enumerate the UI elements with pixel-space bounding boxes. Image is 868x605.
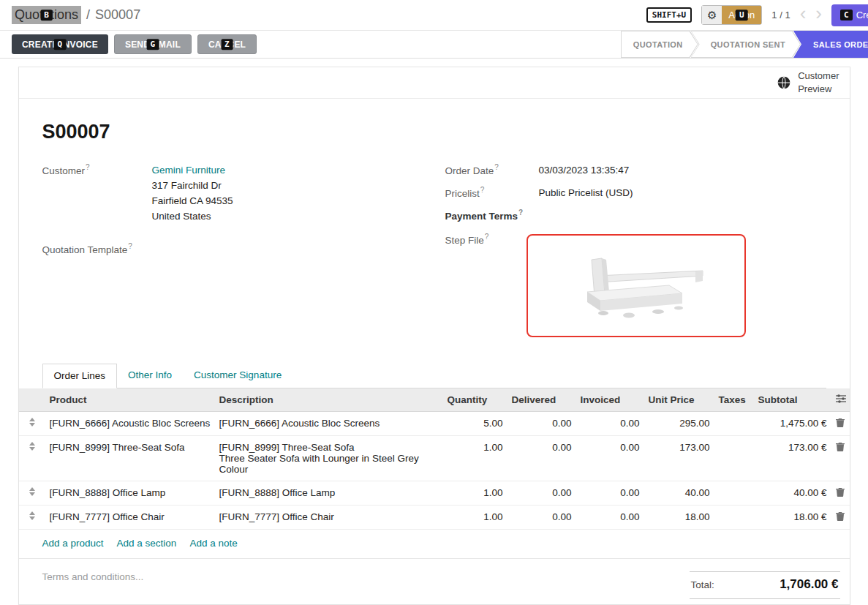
table-header-row: Product Description Quantity Delivered I… xyxy=(19,388,850,412)
cell-unit-price[interactable]: 18.00 xyxy=(644,505,714,529)
cell-invoiced[interactable]: 0.00 xyxy=(576,505,644,529)
cell-quantity[interactable]: 1.00 xyxy=(443,505,507,529)
help-icon: ? xyxy=(480,186,485,194)
breadcrumb-current: S00007 xyxy=(95,7,140,23)
keyboard-hint-q: Q xyxy=(54,39,67,50)
cell-product[interactable]: [FURN_8888] Office Lamp xyxy=(45,481,215,505)
column-header-delivered: Delivered xyxy=(507,388,576,412)
cell-unit-price[interactable]: 173.00 xyxy=(644,435,714,481)
cell-quantity[interactable]: 1.00 xyxy=(443,481,507,505)
customer-address-line1: 317 Fairchild Dr xyxy=(152,178,233,193)
order-lines-table: Product Description Quantity Delivered I… xyxy=(19,388,850,530)
customer-link[interactable]: Gemini Furniture xyxy=(152,165,226,176)
action-menu-button[interactable]: ⚙ Action U xyxy=(701,5,762,25)
column-header-unit-price: Unit Price xyxy=(644,388,714,412)
step-file-3d-preview xyxy=(559,251,713,320)
drag-handle-icon[interactable] xyxy=(29,418,36,426)
step-file-field[interactable] xyxy=(527,234,746,337)
help-icon: ? xyxy=(494,163,499,171)
cell-delivered[interactable]: 0.00 xyxy=(507,505,576,529)
delete-line-icon[interactable] xyxy=(831,411,850,435)
cell-product[interactable]: [FURN_7777] Office Chair xyxy=(45,505,215,529)
statusbar-step-quotation[interactable]: QUOTATION xyxy=(621,31,698,58)
delete-line-icon[interactable] xyxy=(831,435,850,481)
order-date-value[interactable]: 03/03/2023 13:35:47 xyxy=(539,162,630,178)
statusbar-step-sales-order[interactable]: SALES ORDER xyxy=(793,31,868,58)
pager-previous-icon[interactable]: ‹ xyxy=(800,4,807,23)
order-line-row[interactable]: [FURN_8888] Office Lamp [FURN_8888] Offi… xyxy=(19,481,850,505)
column-header-invoiced: Invoiced xyxy=(576,388,644,412)
help-icon: ? xyxy=(518,208,523,217)
cell-subtotal: 18.00 € xyxy=(754,505,831,529)
cell-invoiced[interactable]: 0.00 xyxy=(576,411,644,435)
create-button-label: Create xyxy=(856,10,868,20)
order-line-row[interactable]: [FURN_7777] Office Chair [FURN_7777] Off… xyxy=(19,505,850,529)
cell-delivered[interactable]: 0.00 xyxy=(507,435,576,481)
customer-preview-label-line1: Customer xyxy=(798,69,839,83)
cell-taxes[interactable] xyxy=(714,411,754,435)
form-fields: Customer? Gemini Furniture 317 Fairchild… xyxy=(42,162,826,345)
step-file-field-label: Step File? xyxy=(445,232,539,337)
cancel-button[interactable]: CANCEL Z xyxy=(197,34,257,54)
keyboard-hint-g: G xyxy=(147,39,159,50)
cell-unit-price[interactable]: 40.00 xyxy=(644,481,714,505)
delete-line-icon[interactable] xyxy=(831,481,850,505)
cell-subtotal: 173.00 € xyxy=(754,435,831,481)
cell-invoiced[interactable]: 0.00 xyxy=(576,435,644,481)
drag-handle-icon[interactable] xyxy=(29,442,36,451)
add-a-product-link[interactable]: Add a product xyxy=(42,538,104,549)
send-email-button[interactable]: SEND EMAIL G xyxy=(114,34,192,54)
cell-description[interactable]: [FURN_7777] Office Chair xyxy=(215,505,443,529)
add-a-note-link[interactable]: Add a note xyxy=(189,538,237,549)
cell-product[interactable]: [FURN_8999] Three-Seat Sofa xyxy=(45,435,215,481)
help-icon: ? xyxy=(86,163,90,171)
optional-columns-icon[interactable] xyxy=(831,388,850,412)
cell-delivered[interactable]: 0.00 xyxy=(507,411,576,435)
column-header-description: Description xyxy=(215,388,443,412)
cell-unit-price[interactable]: 295.00 xyxy=(644,411,714,435)
cell-product[interactable]: [FURN_6666] Acoustic Bloc Screens xyxy=(45,411,215,435)
globe-icon xyxy=(777,75,791,90)
customer-preview-button[interactable]: Customer Preview xyxy=(777,69,839,95)
form-view: Customer Preview S00007 Customer? Gemini… xyxy=(0,59,868,605)
cell-quantity[interactable]: 5.00 xyxy=(443,411,507,435)
order-date-field-label: Order Date? xyxy=(445,162,539,178)
cell-description[interactable]: [FURN_8999] Three-Seat Sofa Three Seater… xyxy=(215,435,443,481)
drag-handle-icon[interactable] xyxy=(29,511,36,520)
column-header-taxes: Taxes xyxy=(714,388,754,412)
order-line-row[interactable]: [FURN_8999] Three-Seat Sofa [FURN_8999] … xyxy=(19,435,850,481)
cell-delivered[interactable]: 0.00 xyxy=(507,481,576,505)
pager-next-icon[interactable]: › xyxy=(815,4,822,23)
breadcrumb-bar: Quotations B / S00007 SHIFT+U ⚙ Action U… xyxy=(0,0,868,30)
sales-order-sheet: Customer Preview S00007 Customer? Gemini… xyxy=(18,67,850,605)
notebook-tabs: Order Lines Other Info Customer Signatur… xyxy=(42,364,826,388)
create-invoice-button[interactable]: CREATE INVOICE Q xyxy=(12,34,108,54)
cell-subtotal: 40.00 € xyxy=(754,481,831,505)
line-add-links: Add a product Add a section Add a note xyxy=(42,530,826,558)
delete-line-icon[interactable] xyxy=(831,505,850,529)
breadcrumb-separator: / xyxy=(86,7,90,23)
cell-quantity[interactable]: 1.00 xyxy=(443,435,507,481)
terms-and-conditions-placeholder[interactable]: Terms and conditions... xyxy=(42,571,144,599)
customer-preview-label-line2: Preview xyxy=(798,83,839,96)
keyboard-hint-u: U xyxy=(736,10,748,21)
cell-taxes[interactable] xyxy=(714,505,754,529)
breadcrumb-quotations[interactable]: Quotations B xyxy=(12,6,81,24)
cell-invoiced[interactable]: 0.00 xyxy=(576,481,644,505)
cell-taxes[interactable] xyxy=(714,481,754,505)
cell-description[interactable]: [FURN_6666] Acoustic Bloc Screens xyxy=(215,411,443,435)
pricelist-value[interactable]: Public Pricelist (USD) xyxy=(539,185,633,200)
drag-handle-icon[interactable] xyxy=(29,487,36,496)
statusbar-step-quotation-sent[interactable]: QUOTATION SENT xyxy=(691,31,801,58)
create-button[interactable]: C Create xyxy=(831,4,868,26)
tab-other-info[interactable]: Other Info xyxy=(117,364,183,388)
tab-customer-signature[interactable]: Customer Signature xyxy=(183,364,293,388)
order-line-row[interactable]: [FURN_6666] Acoustic Bloc Screens [FURN_… xyxy=(19,411,850,435)
cell-subtotal: 1,475.00 € xyxy=(754,411,831,435)
cell-description[interactable]: [FURN_8888] Office Lamp xyxy=(215,481,443,505)
cell-taxes[interactable] xyxy=(714,435,754,481)
tab-order-lines[interactable]: Order Lines xyxy=(42,364,118,388)
total-label: Total: xyxy=(691,579,714,590)
add-a-section-link[interactable]: Add a section xyxy=(117,538,177,549)
sheet-footer: Terms and conditions... Total: 1,706.00 … xyxy=(42,559,826,599)
